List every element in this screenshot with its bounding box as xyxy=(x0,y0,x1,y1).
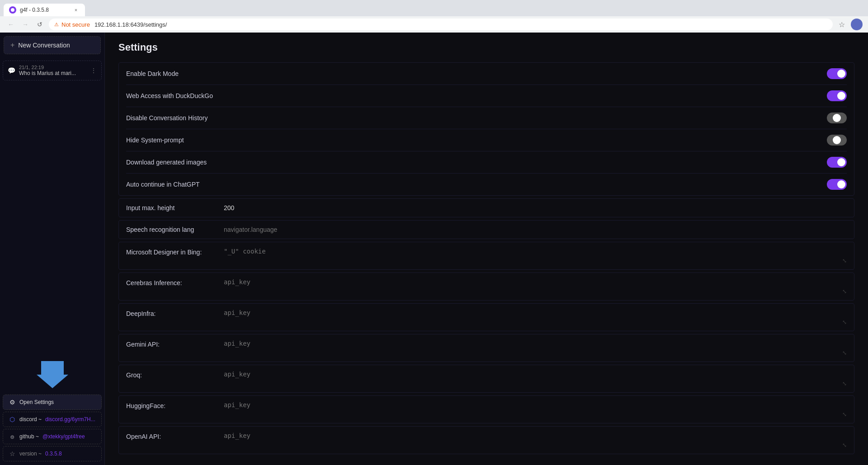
huggingface-field[interactable] xyxy=(224,401,835,418)
discord-link: discord.gg/6yrm7H... xyxy=(45,416,95,423)
settings-label: Open Settings xyxy=(19,399,54,405)
main-content: Settings Enable Dark Mode Web Access wit… xyxy=(105,33,868,465)
conversation-more-button[interactable]: ⋮ xyxy=(90,67,97,74)
svg-marker-1 xyxy=(37,361,68,388)
groq-field[interactable] xyxy=(224,371,835,387)
disable-history-toggle[interactable] xyxy=(827,113,847,123)
duckduckgo-row: Web Access with DuckDuckGo xyxy=(126,85,847,107)
deepinfra-row: DeepInfra: ⤡ xyxy=(118,303,854,331)
tab-title: g4f - 0.3.5.8 xyxy=(20,7,69,13)
dark-mode-row: Enable Dark Mode xyxy=(126,63,847,85)
back-button[interactable]: ← xyxy=(5,19,16,30)
security-icon: ⚠ xyxy=(54,22,59,28)
openai-label: OpenAI API: xyxy=(126,432,217,440)
browser-chrome: g4f - 0.3.5.8 × ← → ↺ ⚠ Not secure 192.1… xyxy=(0,0,868,33)
arrow-indicator xyxy=(0,352,104,393)
hide-system-prompt-row: Hide System-prompt xyxy=(126,129,847,151)
gemini-field[interactable] xyxy=(224,340,835,356)
github-link: @xtekky/gpt4free xyxy=(42,433,85,440)
cerebras-field[interactable] xyxy=(224,278,835,295)
sidebar-bottom: ⚙ Open Settings ⬡ discord ~ discord.gg/6… xyxy=(0,393,104,465)
speech-lang-label: Speech recognition lang xyxy=(126,226,217,233)
star-icon: ☆ xyxy=(9,450,16,457)
deepinfra-label: DeepInfra: xyxy=(126,309,217,317)
settings-title: Settings xyxy=(118,42,854,53)
bookmark-button[interactable]: ☆ xyxy=(836,19,847,30)
hide-system-prompt-label: Hide System-prompt xyxy=(126,136,184,144)
forward-button[interactable]: → xyxy=(20,19,31,30)
github-button[interactable]: ⌾ github ~ @xtekky/gpt4free xyxy=(3,429,102,444)
toggle-settings-section: Enable Dark Mode Web Access with DuckDuc… xyxy=(118,62,854,196)
conversation-list: 💬 21/1, 22:19 Who is Marius at mari... ⋮ xyxy=(0,58,104,352)
auto-continue-label: Auto continue in ChatGPT xyxy=(126,181,200,188)
address-bar[interactable]: ⚠ Not secure 192.168.1.18:6439/settings/ xyxy=(49,19,833,30)
auto-continue-toggle[interactable] xyxy=(827,179,847,190)
plus-icon: + xyxy=(10,41,14,49)
new-conversation-label: New Conversation xyxy=(18,42,70,49)
sidebar: + New Conversation 💬 21/1, 22:19 Who is … xyxy=(0,33,105,465)
groq-label: Groq: xyxy=(126,371,217,379)
resize-handle-cerebras: ⤡ xyxy=(842,288,847,295)
nav-bar: ← → ↺ ⚠ Not secure 192.168.1.18:6439/set… xyxy=(0,16,868,33)
download-images-label: Download generated images xyxy=(126,159,207,166)
svg-point-0 xyxy=(11,8,14,12)
resize-handle-huggingface: ⤡ xyxy=(842,411,847,418)
tab-bar: g4f - 0.3.5.8 × xyxy=(0,0,868,16)
resize-handle-gemini: ⤡ xyxy=(842,350,847,356)
profile-button[interactable] xyxy=(851,19,863,30)
chat-icon: 💬 xyxy=(8,67,15,74)
active-tab[interactable]: g4f - 0.3.5.8 × xyxy=(4,4,85,16)
conversation-text: 21/1, 22:19 Who is Marius at mari... xyxy=(19,65,87,76)
gemini-label: Gemini API: xyxy=(126,340,217,348)
disable-history-row: Disable Conversation History xyxy=(126,107,847,129)
huggingface-row: HuggingFace: ⤡ xyxy=(118,395,854,423)
tab-close-button[interactable]: × xyxy=(72,6,80,14)
download-images-toggle[interactable] xyxy=(827,157,847,168)
new-conversation-button[interactable]: + New Conversation xyxy=(4,36,101,54)
dark-mode-label: Enable Dark Mode xyxy=(126,70,179,77)
cerebras-label: Cerebras Inference: xyxy=(126,278,217,287)
resize-handle-openai: ⤡ xyxy=(842,442,847,448)
version-value: 0.3.5.8 xyxy=(45,451,62,457)
github-icon: ⌾ xyxy=(9,433,16,440)
openai-row: OpenAI API: ⤡ xyxy=(118,426,854,454)
version-label: version ~ xyxy=(19,451,42,457)
openai-field[interactable] xyxy=(224,432,835,448)
disable-history-label: Disable Conversation History xyxy=(126,114,208,122)
address-text: 192.168.1.18:6439/settings/ xyxy=(94,21,167,28)
version-button[interactable]: ☆ version ~ 0.3.5.8 xyxy=(3,446,102,461)
settings-icon: ⚙ xyxy=(9,399,16,406)
conversation-time: 21/1, 22:19 xyxy=(19,65,87,70)
refresh-button[interactable]: ↺ xyxy=(34,19,45,30)
bing-field[interactable] xyxy=(224,248,835,264)
resize-handle-deepinfra: ⤡ xyxy=(842,319,847,325)
tab-favicon xyxy=(9,6,16,14)
discord-icon: ⬡ xyxy=(9,416,16,423)
deepinfra-field[interactable] xyxy=(224,309,835,325)
cerebras-row: Cerebras Inference: ⤡ xyxy=(118,272,854,301)
discord-button[interactable]: ⬡ discord ~ discord.gg/6yrm7H... xyxy=(3,412,102,427)
input-max-height-field[interactable] xyxy=(224,204,847,211)
security-label: Not secure xyxy=(61,21,90,28)
speech-lang-row: Speech recognition lang xyxy=(118,220,854,239)
conversation-item[interactable]: 💬 21/1, 22:19 Who is Marius at mari... ⋮ xyxy=(3,61,102,80)
github-label: github ~ xyxy=(19,433,39,440)
bing-label: Microsoft Designer in Bing: xyxy=(126,248,217,256)
conversation-title: Who is Marius at mari... xyxy=(19,70,82,76)
duckduckgo-label: Web Access with DuckDuckGo xyxy=(126,92,213,99)
bing-row: Microsoft Designer in Bing: ⤡ xyxy=(118,242,854,270)
dark-mode-toggle[interactable] xyxy=(827,68,847,79)
download-images-row: Download generated images xyxy=(126,151,847,174)
resize-handle-groq: ⤡ xyxy=(842,380,847,387)
input-max-height-row: Input max. height xyxy=(118,198,854,217)
open-settings-button[interactable]: ⚙ Open Settings xyxy=(3,395,102,410)
groq-row: Groq: ⤡ xyxy=(118,365,854,393)
gemini-row: Gemini API: ⤡ xyxy=(118,334,854,362)
huggingface-label: HuggingFace: xyxy=(126,401,217,409)
hide-system-prompt-toggle[interactable] xyxy=(827,135,847,146)
duckduckgo-toggle[interactable] xyxy=(827,90,847,101)
resize-handle-bing: ⤡ xyxy=(842,258,847,264)
speech-lang-field[interactable] xyxy=(224,226,847,233)
app-container: + New Conversation 💬 21/1, 22:19 Who is … xyxy=(0,33,868,465)
discord-label: discord ~ xyxy=(19,416,42,423)
